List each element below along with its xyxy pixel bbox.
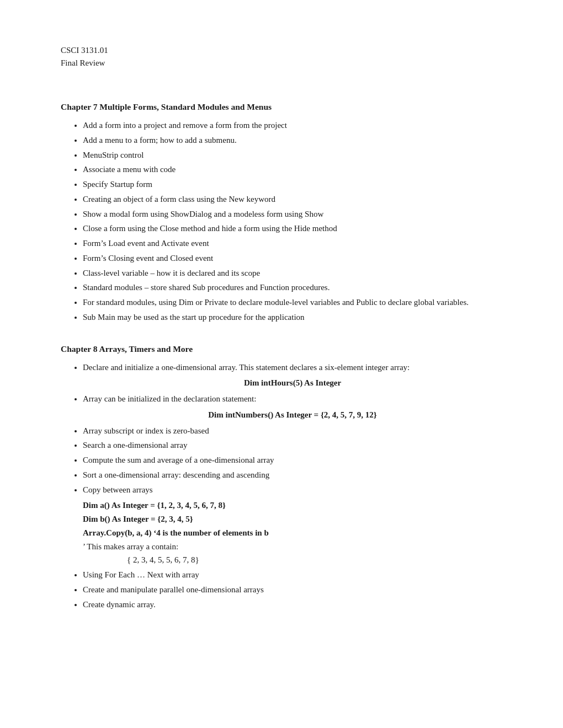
copy-arrays-block: Dim a() As Integer = {1, 2, 3, 4, 5, 6, … (83, 499, 502, 567)
header: CSCI 3131.01 Final Review (61, 44, 502, 69)
list-item: Standard modules – store shared Sub proc… (83, 281, 502, 295)
item-code: Dim intHours(5) As Integer (83, 376, 502, 390)
list-item: Array subscript or index is zero-based (83, 424, 502, 438)
chapter7-title: Chapter 7 Multiple Forms, Standard Modul… (61, 102, 502, 112)
list-item: Associate a menu with code (83, 163, 502, 176)
comment-line: ’ This makes array a contain: (83, 540, 502, 554)
page: CSCI 3131.01 Final Review Chapter 7 Mult… (0, 0, 563, 728)
list-item: For standard modules, using Dim or Priva… (83, 296, 502, 309)
chapter8-title: Chapter 8 Arrays, Timers and More (61, 344, 502, 354)
list-item: Create dynamic array. (83, 598, 502, 612)
item-code: Dim intNumbers() As Integer = {2, 4, 5, … (83, 408, 502, 422)
list-item: Copy between arrays Dim a() As Integer =… (83, 483, 502, 568)
list-item: Sub Main may be used as the start up pro… (83, 311, 502, 324)
item-text: Copy between arrays (83, 485, 153, 494)
chapter7-list: Add a form into a project and remove a f… (83, 119, 502, 324)
list-item: Form’s Closing event and Closed event (83, 251, 502, 265)
list-item: Using For Each … Next with array (83, 568, 502, 582)
list-item: MenuStrip control (83, 148, 502, 162)
list-item: Compute the sum and average of a one-dim… (83, 453, 502, 467)
item-text: Array can be initialized in the declarat… (83, 394, 256, 403)
list-item: Array can be initialized in the declarat… (83, 392, 502, 422)
chapter8-section: Chapter 8 Arrays, Timers and More Declar… (61, 344, 502, 612)
list-item: Declare and initialize a one-dimensional… (83, 361, 502, 390)
list-item: Search a one-dimensional array (83, 438, 502, 452)
chapter8-list: Declare and initialize a one-dimensional… (83, 361, 502, 612)
list-item: Creating an object of a form class using… (83, 192, 502, 206)
code-line: Dim a() As Integer = {1, 2, 3, 4, 5, 6, … (83, 499, 502, 512)
list-item: Sort a one-dimensional array: descending… (83, 468, 502, 482)
list-item: Create and manipulate parallel one-dimen… (83, 583, 502, 597)
indent-line: { 2, 3, 4, 5, 5, 6, 7, 8} (127, 553, 502, 567)
list-item: Class-level variable – how it is declare… (83, 266, 502, 280)
list-item: Add a menu to a form; how to add a subme… (83, 133, 502, 147)
list-item: Form’s Load event and Activate event (83, 237, 502, 250)
list-item: Specify Startup form (83, 178, 502, 191)
list-item: Add a form into a project and remove a f… (83, 119, 502, 132)
item-text: Declare and initialize a one-dimensional… (83, 363, 410, 372)
chapter7-section: Chapter 7 Multiple Forms, Standard Modul… (61, 102, 502, 324)
list-item: Close a form using the Close method and … (83, 222, 502, 235)
list-item: Show a modal form using ShowDialog and a… (83, 207, 502, 221)
code-line: Dim b() As Integer = {2, 3, 4, 5} (83, 512, 502, 526)
code-line: Array.Copy(b, a, 4) ‘4 is the number of … (83, 526, 502, 540)
header-subtitle: Final Review (61, 57, 502, 69)
header-course: CSCI 3131.01 (61, 44, 502, 57)
